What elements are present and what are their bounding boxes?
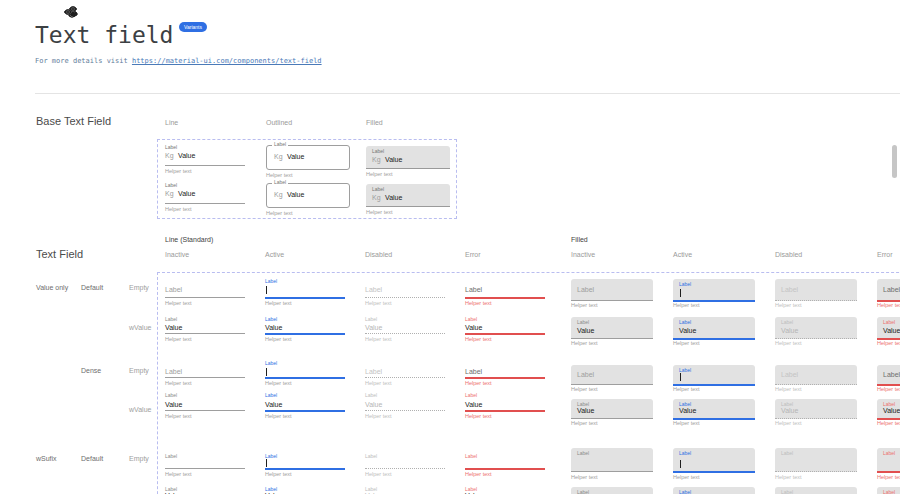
text-field-line-disabled-row5[interactable]: LabelHelper text (365, 453, 445, 478)
text-field-filled-error-row6[interactable]: LabelValueHelper text (877, 487, 900, 494)
text-field-line-error-row2[interactable]: LabelValueHelper text (465, 316, 545, 343)
field-label: Label (465, 286, 482, 293)
helper-text: Helper text (877, 475, 900, 481)
text-field-line-error-row3[interactable]: LabelHelper text (465, 360, 545, 387)
field-label: Label (781, 286, 798, 293)
text-field-line-disabled-row1[interactable]: LabelHelper text (365, 278, 445, 307)
text-field-line-inactive-row2[interactable]: LabelValueHelper text (165, 316, 245, 343)
base-field-filled-1[interactable]: LabelKgValueHelper text (366, 146, 450, 176)
group-header-filled: Filled (571, 236, 588, 243)
docs-link[interactable]: https://material-ui.com/components/text-… (132, 57, 322, 65)
field-value: Value (165, 324, 182, 331)
base-field-line-1[interactable]: LabelKgValueHelper text (165, 143, 247, 173)
text-field-line-disabled-row4[interactable]: LabelValueHelper text (365, 392, 445, 420)
field-label: Label (577, 371, 594, 378)
scrollbar-thumb[interactable] (892, 145, 897, 178)
field-value: Value (365, 324, 382, 331)
text-field-line-inactive-row5[interactable]: LabelHelper text (165, 453, 245, 478)
field-underline (165, 377, 245, 378)
field-underline (265, 377, 345, 379)
text-field-filled-disabled-row1[interactable]: LabelHelper text (775, 279, 857, 308)
row-state-label-wvalue-4: wValue (129, 406, 151, 413)
base-field-line-2[interactable]: LabelKgValueHelper text (165, 181, 247, 211)
text-field-line-active-row2[interactable]: LabelValueHelper text (265, 316, 345, 343)
row-state-label-wvalue-2: wValue (129, 324, 151, 331)
text-field-filled-active-row2[interactable]: LabelValueHelper text (673, 317, 755, 346)
text-field-filled-active-row5[interactable]: LabelHelper text (673, 448, 755, 480)
field-prefix: Kg (165, 152, 174, 159)
field-underline (465, 468, 545, 470)
base-field-outlined-1[interactable]: LabelKgValueHelper text (266, 142, 350, 175)
column-header-line-disabled: Disabled (365, 251, 392, 258)
text-field-line-disabled-row2[interactable]: LabelValueHelper text (365, 316, 445, 343)
field-label: Label (365, 393, 377, 398)
field-label: Label (883, 490, 895, 494)
field-label: Label (165, 368, 182, 375)
field-underline (365, 377, 445, 378)
field-label: Label (365, 317, 377, 322)
text-field-filled-inactive-row4[interactable]: LabelValueHelper text (571, 399, 653, 426)
row-group-label-wsufix: wSufix (36, 455, 57, 462)
field-value: Value (465, 324, 482, 331)
text-field-line-error-row1[interactable]: LabelHelper text (465, 278, 545, 307)
text-field-line-error-row4[interactable]: LabelValueHelper text (465, 392, 545, 420)
field-label: Label (465, 317, 477, 322)
text-field-filled-error-row1[interactable]: LabelHelper text (877, 279, 900, 308)
text-field-filled-active-row4[interactable]: LabelValueHelper text (673, 399, 755, 426)
text-field-filled-inactive-row2[interactable]: LabelValueHelper text (571, 317, 653, 346)
row-state-label-empty-5: Empty (129, 455, 149, 462)
field-value: Value (781, 327, 798, 334)
field-value: Value (178, 152, 195, 159)
text-field-line-active-row3[interactable]: LabelHelper text (265, 360, 345, 387)
text-field-line-error-row5[interactable]: LabelHelper text (465, 453, 545, 478)
helper-text: Helper text (165, 414, 192, 420)
text-field-line-active-row4[interactable]: LabelValueHelper text (265, 392, 345, 420)
field-prefix: Kg (274, 191, 283, 198)
text-field-filled-disabled-row3[interactable]: LabelHelper text (775, 365, 857, 392)
text-field-line-inactive-row6[interactable]: LabelValueHelper text (165, 486, 245, 494)
text-field-line-inactive-row3[interactable]: LabelHelper text (165, 360, 245, 387)
field-value: Value (385, 194, 402, 201)
field-label: Label (272, 142, 288, 147)
helper-text: Helper text (465, 414, 492, 420)
text-field-filled-inactive-row6[interactable]: LabelValueHelper text (571, 487, 653, 494)
helper-text: Helper text (775, 303, 802, 309)
base-field-filled-2[interactable]: LabelKgValueHelper text (366, 184, 450, 214)
field-value: Value (781, 407, 798, 414)
text-field-line-active-row1[interactable]: LabelHelper text (265, 278, 345, 307)
text-field-line-inactive-row1[interactable]: LabelHelper text (165, 278, 245, 307)
text-field-line-active-row5[interactable]: LabelHelper text (265, 453, 345, 478)
field-label: Label (679, 490, 691, 494)
text-field-filled-error-row2[interactable]: LabelValueHelper text (877, 317, 900, 346)
text-field-line-error-row6[interactable]: LabelValueHelper text (465, 486, 545, 494)
text-field-filled-inactive-row5[interactable]: LabelHelper text (571, 448, 653, 480)
row-subgroup-label-default: Default (81, 455, 103, 462)
text-field-filled-error-row3[interactable]: LabelHelper text (877, 365, 900, 392)
text-field-filled-active-row3[interactable]: LabelHelper text (673, 365, 755, 392)
text-field-line-disabled-row3[interactable]: LabelHelper text (365, 360, 445, 387)
group-header-line-standard-: Line (Standard) (165, 236, 213, 243)
text-field-filled-disabled-row6[interactable]: LabelValueHelper text (775, 487, 857, 494)
text-field-filled-disabled-row4[interactable]: LabelValueHelper text (775, 399, 857, 426)
text-field-line-disabled-row6[interactable]: LabelValueHelper text (365, 486, 445, 494)
text-field-filled-inactive-row1[interactable]: LabelHelper text (571, 279, 653, 308)
text-field-line-active-row6[interactable]: LabelValueHelper text (265, 486, 345, 494)
text-field-line-inactive-row4[interactable]: LabelValueHelper text (165, 392, 245, 420)
column-header-filled-disabled: Disabled (775, 251, 802, 258)
helper-text: Helper text (571, 421, 598, 427)
helper-text: Helper text (571, 475, 598, 481)
text-field-filled-error-row4[interactable]: LabelValueHelper text (877, 399, 900, 426)
text-field-filled-inactive-row3[interactable]: LabelHelper text (571, 365, 653, 392)
field-label: Label (165, 286, 182, 293)
base-field-outlined-2[interactable]: LabelKgValueHelper text (266, 180, 350, 213)
helper-text: Helper text (465, 381, 492, 387)
field-label: Label (165, 183, 177, 188)
text-field-filled-disabled-row5[interactable]: LabelHelper text (775, 448, 857, 480)
text-field-filled-active-row1[interactable]: LabelHelper text (673, 279, 755, 308)
helper-text: Helper text (775, 421, 802, 427)
field-label: Label (165, 454, 177, 459)
visibility-eye-icon[interactable] (64, 8, 72, 16)
text-field-filled-active-row6[interactable]: LabelValueHelper text (673, 487, 755, 494)
text-field-filled-error-row5[interactable]: LabelHelper text (877, 448, 900, 480)
text-field-filled-disabled-row2[interactable]: LabelValueHelper text (775, 317, 857, 346)
